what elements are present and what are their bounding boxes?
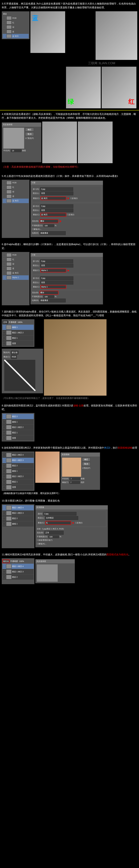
merged-select[interactable]: 合并图层 [45,516,78,520]
layer-copy4[interactable]: 图层 1 拷贝 4 [2,505,34,510]
step-3-images: 通道 RGB 红 绿 蓝 蓝 拷贝 蓝 三联网 3LIAN.COM 绿 红 [2,11,137,108]
invert-check[interactable]: ☐反相(I) [70,197,78,200]
layer-1[interactable]: 图层 1 [2,479,34,485]
cancel-button[interactable]: 取消 [25,132,34,136]
channel-rgb[interactable]: RGB [3,181,29,185]
blend-mode[interactable]: 正常 [2,320,8,324]
channel-alpha-select[interactable]: Alpha 1 [40,269,66,272]
layer-1[interactable]: 图层 1 [2,430,34,435]
channel-rgb[interactable]: RGB [3,253,29,257]
visibility-icon[interactable] [3,17,6,20]
blend-select[interactable]: 叠加 [39,219,58,223]
linear-light-select[interactable]: 线性光 [2,559,9,563]
channel-green[interactable]: 绿 [3,262,29,266]
layer-copy4[interactable]: 图层 1 拷贝 4 [2,453,34,458]
invert-check[interactable]: ☐反相(I) [75,521,82,524]
layer-copy2[interactable]: 图层 1 拷贝 2 [2,425,34,430]
source1-label: 源 1(S): [33,188,39,191]
layer-curves[interactable]: 曲线 1 [2,419,34,425]
preset-label: 预设(R): [3,351,10,354]
layer-curves[interactable]: 曲线 1 [2,324,34,330]
ok-button[interactable]: 确定 [82,458,90,461]
step-5: 5.对上面进行中性灰涂抹的蓝色通道拷贝图层进行（计算）操作，具体要求如下图所示，… [0,173,139,241]
channel-green[interactable]: 绿 [3,25,29,29]
layer-1[interactable]: 图层 1 [2,335,34,341]
visibility-icon[interactable] [3,30,6,33]
channel-red[interactable]: 红 [3,257,29,262]
layer-select[interactable]: 背景 [40,264,73,268]
channel-blue[interactable]: 蓝 [3,266,29,271]
layer-bg[interactable]: 背景 [2,341,34,346]
channel-blue[interactable]: 蓝 [3,29,29,34]
channel-red[interactable]: 红 [3,20,29,25]
surface-blur-dialog: 表面模糊 确定 取消 ☑预览(P) 半径(R):像素 阈值(T):色阶 [60,453,100,490]
layer2-label: 图层(L): [33,209,39,212]
visibility-icon[interactable] [3,35,6,37]
preview-checkbox[interactable]: ☑ 预览(P) [25,137,34,140]
ok-button[interactable]: 确定 [25,128,34,131]
channel-alpha1[interactable]: Alpha 1 [3,275,29,280]
visibility-icon[interactable] [3,21,6,24]
source2-select[interactable]: 2.jpg [40,276,73,280]
blend-select[interactable]: 正常 [45,531,63,535]
layer-2[interactable]: 图层 2 [2,463,34,468]
preserve-check[interactable]: ☐保留透明区域(T) [37,539,53,542]
channel-blue[interactable]: 蓝 [3,194,29,198]
result-select[interactable]: 新建通道 [39,299,66,302]
radius-input[interactable] [11,149,21,152]
channel-red[interactable]: 红 [3,185,29,190]
layer-copy4[interactable]: 图层 1 拷贝 4 [2,564,34,569]
channel2-select[interactable]: 蓝 拷贝 [40,213,66,217]
layer2-select[interactable]: 背景 [40,281,73,284]
source2-select[interactable]: 2.jpg [40,204,73,208]
channel-green[interactable]: 绿 [3,190,29,194]
layer-bg[interactable]: 背景 [2,435,34,441]
step-11: 11.继续对图层拷贝4使用高反差保留，半径越大，皮肤越粗糙,我们一般取小点的;并… [0,551,139,587]
channel-blue-copy[interactable]: 蓝 拷贝 [3,198,29,203]
layer-copy2[interactable]: 图层 1 拷贝 2 [2,474,34,479]
channel-rgb[interactable]: RGB [3,16,29,20]
rgb-select[interactable]: RGB [11,355,17,359]
result-select[interactable]: 新建通道 [39,231,66,235]
layer-copy3[interactable]: 图层 1 拷贝 3 [2,569,34,574]
step-8: 8.选到曲线图层和图层1拷贝2，盖印图层生成新的图层2.对图层2进滤镜-去斑处理… [0,402,139,444]
layer-panel-s9: 图层 1 拷贝 4 图层 1 拷贝 3 图层 2 曲线 1 图层 1 拷贝 2 … [2,452,34,491]
opacity-input[interactable] [44,224,54,227]
radius-input[interactable] [70,477,80,480]
blend-select[interactable]: 叠加 [39,291,58,294]
source-select[interactable]: 2.jpg [44,512,77,516]
layer-curves[interactable]: 曲线 1 [2,521,34,527]
channels-panel: 通道 RGB 红 绿 蓝 蓝 拷贝 [2,11,30,108]
opacity-input[interactable] [44,295,54,298]
layer-copy3[interactable]: 图层 1 拷贝 3 [2,510,34,516]
curves-graph[interactable] [4,360,36,391]
layer-curves[interactable]: 曲线 1 [2,469,34,474]
channel-blue-copy[interactable]: 蓝 拷贝 [3,271,29,275]
invert2-check[interactable]: ☐反相(I) [67,213,74,216]
channel2-alpha-select[interactable]: Alpha 1 [40,285,66,289]
source1-select[interactable]: 2.jpg [40,187,73,191]
channel-blue-copy[interactable]: 蓝 拷贝 [3,34,29,38]
visibility-icon[interactable] [3,26,6,28]
cancel-button[interactable]: 取消 [82,462,90,466]
opacity-input[interactable] [49,535,59,538]
channel-select[interactable]: 蓝 拷贝 [40,196,66,200]
dialog-title: 高反差保留 [2,123,41,127]
layer-2[interactable]: 图层 2 [2,414,34,419]
preview-check[interactable]: ☑预览(P) [82,467,90,470]
layer-copy2[interactable]: 图层 1 拷贝 2 [2,330,34,335]
preset-select[interactable]: 默认值 [11,351,19,354]
panel-tab[interactable]: 通道 [3,12,29,16]
layer-select[interactable]: 背景 [40,191,73,195]
layer-bg[interactable]: 背景 [2,485,34,490]
red-channel-select[interactable]: 红 [45,521,71,525]
threshold-input[interactable] [70,481,80,484]
layer-2[interactable]: 图层 2 [2,575,34,580]
thumb [6,34,12,38]
layer2-select[interactable]: 背景 [40,209,73,212]
mask-check[interactable]: ☐蒙版(K)... [32,228,42,231]
layer-copy3[interactable]: 图层 1 拷贝 3 [2,458,34,463]
mask-check[interactable]: ☐蒙版(K)... [37,542,47,546]
layer-2[interactable]: 图层 2 [2,516,34,521]
source1-select[interactable]: 2.jpg [40,259,73,263]
